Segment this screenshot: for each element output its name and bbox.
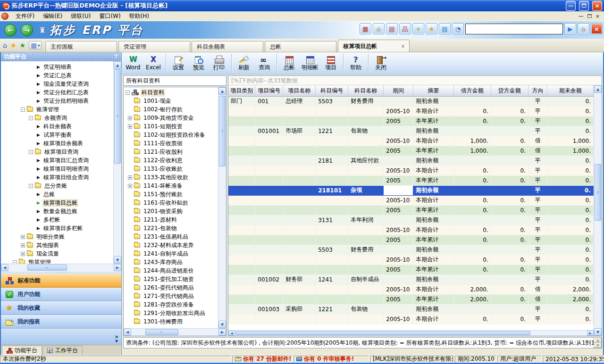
tab-main-panel[interactable]: 主控面板 (45, 41, 117, 52)
home-return-button[interactable]: ⌂ (578, 23, 589, 34)
favorite-add-icon[interactable]: ★ (19, 42, 25, 49)
collapse-icon[interactable]: - (29, 184, 33, 188)
sidebar-group-star[interactable]: 我的收藏 (1, 301, 121, 315)
grid-vscrollbar[interactable]: ▲ ▼ (594, 85, 602, 336)
close-button[interactable]: × (592, 1, 602, 11)
minimize-button[interactable]: — (566, 1, 576, 11)
scroll-thumb[interactable] (219, 96, 226, 166)
expand-icon[interactable]: + (21, 235, 25, 239)
scroll-track[interactable] (594, 221, 602, 328)
sidebar-item[interactable]: +现金流量 (1, 249, 113, 258)
menu-item-help[interactable]: 帮助(H) (125, 11, 153, 21)
menu-item-window[interactable]: 窗口(W) (95, 11, 125, 21)
sidebar-tab-org[interactable]: 功能平台 (2, 346, 42, 355)
table-row[interactable]: 2005-10本期合计0.0.平0. (228, 255, 594, 265)
account-item[interactable]: 1201-物资采购 (124, 207, 218, 215)
grid-column-header[interactable]: 项目名称 (283, 85, 316, 96)
sidebar-tab-grid[interactable]: 工作平台 (42, 346, 83, 355)
settings-button[interactable]: 设置 (168, 53, 188, 74)
folder-add-icon[interactable]: + (412, 23, 424, 34)
contact-card-icon[interactable]: ▤ (439, 23, 451, 34)
table-row[interactable]: 3131本年利润期初余额平0. (228, 215, 594, 225)
sidebar-item[interactable]: -总分类账 (1, 182, 113, 190)
menu-item-edit[interactable]: 编辑(E) (39, 11, 67, 21)
scroll-right-icon[interactable]: ▶ (587, 331, 594, 336)
sidebar-item[interactable]: +明细分类账 (1, 232, 113, 241)
overflow-chevron-icon[interactable]: »▾ (115, 335, 118, 343)
ledger-button[interactable]: 总帐 (279, 53, 299, 74)
account-item[interactable]: 1122-应收利息 (124, 156, 218, 165)
collapse-icon[interactable]: - (29, 116, 33, 120)
scroll-track[interactable] (218, 167, 226, 321)
table-row[interactable]: 001003采购部1221包装物期初余额平0. (228, 304, 594, 314)
sidebar-item[interactable]: ▶核算项目组合查询 (1, 173, 113, 182)
table-row[interactable]: 部门001总经理5503财务费用期初余额平0. (228, 96, 594, 106)
scroll-left-icon[interactable]: ◀ (1, 264, 8, 271)
grid-column-header[interactable]: 借方金额 (453, 85, 491, 96)
account-item[interactable]: 1161-应收补贴款 (124, 199, 218, 207)
table-row[interactable]: 2005本年累计2,000.0.借2,000. (228, 294, 594, 304)
scroll-right-icon[interactable]: ▶ (218, 329, 226, 336)
scroll-thumb[interactable] (145, 329, 178, 335)
sidebar-item[interactable]: ▶多栏帐 (1, 215, 113, 224)
account-tree-vscrollbar[interactable]: ▲ ▼ (218, 87, 226, 328)
scroll-left-icon[interactable]: ◀ (228, 331, 235, 336)
table-row[interactable]: 2005本年累计0.0.平0. (228, 265, 594, 274)
grid-column-header[interactable]: 期末余额 (547, 85, 594, 96)
sidebar-item[interactable]: ▶总账 (1, 190, 113, 199)
account-item[interactable]: 1244-商品进销差价 (124, 266, 218, 275)
print-button[interactable]: 打印 (209, 53, 229, 74)
table-row[interactable]: 2005-10本期合计0.0.平0. (228, 165, 594, 175)
sidebar-hscrollbar[interactable]: ◀ ▶ (1, 264, 121, 271)
scroll-down-icon[interactable]: ▼ (218, 321, 226, 328)
scroll-track[interactable] (86, 264, 114, 271)
table-row[interactable]: 001001市场部1221包装物期初余额平0. (228, 126, 594, 136)
account-item[interactable]: 1001-现金 (124, 97, 218, 105)
favorite-star-icon[interactable]: ★ (426, 23, 437, 34)
sidebar-item[interactable]: ▶凭证汇总表 (1, 71, 113, 80)
clock-icon[interactable]: ◔ (452, 23, 464, 34)
account-item[interactable]: 1291-分期收款发出商品 (124, 309, 218, 317)
account-item[interactable]: +1141-坏帐准备 (124, 182, 218, 190)
scroll-track[interactable] (193, 329, 218, 336)
account-item[interactable]: 1241-自制半成品 (124, 249, 218, 258)
excel-button[interactable]: Excel (143, 53, 163, 74)
scroll-thumb[interactable] (595, 164, 601, 221)
account-item[interactable]: 1281-存货跌价准备 (124, 300, 218, 309)
grid-column-header[interactable]: 项目编号 (255, 85, 283, 96)
table-row[interactable]: 2005-10本期合计0.0.平0. (228, 106, 594, 116)
scroll-up-icon[interactable]: ▲ (594, 85, 602, 93)
account-item[interactable]: 1243-库存商品 (124, 258, 218, 266)
table-row[interactable]: 2181其他应付款期初余额平0. (228, 156, 594, 165)
sidebar-item[interactable]: ▶核算项目多栏帐 (1, 224, 113, 232)
status-mail[interactable]: 你有 27 份新邮件! (232, 356, 293, 363)
sidebar-group-folder-add[interactable]: 我的报表 (1, 315, 121, 329)
scroll-thumb[interactable] (27, 265, 67, 271)
sidebar-group-org[interactable]: 标准功能 (1, 274, 121, 288)
scroll-thumb[interactable] (114, 69, 121, 164)
mdi-close-button[interactable]: × (596, 13, 600, 19)
table-row[interactable]: 2005本年累计0.0.平0. (228, 175, 594, 185)
chevron-down-icon[interactable]: ▾ (38, 43, 40, 48)
table-row[interactable]: 2005-10本期合计0.0.平0. (228, 225, 594, 235)
collapse-icon[interactable]: - (29, 150, 33, 154)
account-tree-hscrollbar[interactable]: ◀ ▶ (124, 328, 226, 336)
expand-icon[interactable]: + (21, 243, 25, 248)
mdi-restore-button[interactable] (587, 14, 592, 18)
account-item[interactable]: 1131-应收账款 (124, 165, 218, 173)
quick-search-input[interactable] (465, 24, 563, 34)
favorite-icon[interactable]: ★ (10, 42, 17, 49)
account-item[interactable]: 1211-原材料 (124, 215, 218, 224)
account-item[interactable]: 1111-应收票据 (124, 139, 218, 148)
account-item[interactable]: 1221-包装物 (124, 224, 218, 232)
account-item[interactable]: +1133-其他应收款 (124, 173, 218, 182)
scroll-up-icon[interactable]: ▲ (218, 87, 226, 95)
sidebar-item[interactable]: ▶凭证分批档汇总表 (1, 88, 113, 97)
sidebar-item[interactable]: ▶凭证分批档明细表 (1, 97, 113, 105)
account-item[interactable]: 1301-待摊费用 (124, 317, 218, 326)
account-item[interactable]: 1102-短期投资跌价准备 (124, 131, 218, 139)
collapse-icon[interactable]: - (21, 108, 25, 112)
pin-icon[interactable]: ⊤ (114, 54, 118, 60)
table-row[interactable]: 2005本年累计0.0.平0. (228, 205, 594, 215)
table-row[interactable]: 2005本年累计0.0.平0. (228, 235, 594, 245)
